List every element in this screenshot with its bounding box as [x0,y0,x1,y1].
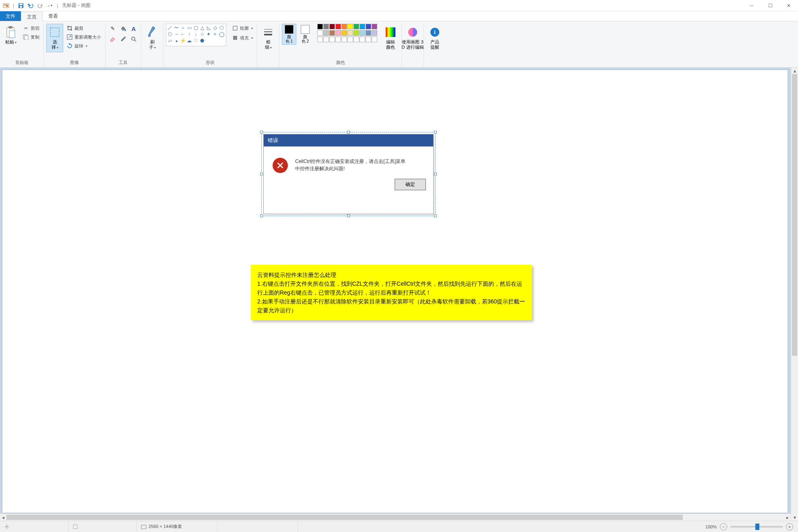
color-swatch[interactable] [372,37,377,42]
group-paint3d: 使用画图 3 D 进行编辑 [402,23,424,67]
zoom-slider[interactable] [730,526,783,528]
svg-text:i: i [434,29,436,35]
tab-file[interactable]: 文件 [0,11,21,21]
color-swatch[interactable] [354,24,359,29]
color-swatch[interactable] [335,37,341,42]
scroll-right-icon[interactable]: ▸ [784,514,791,521]
minimize-button[interactable]: ─ [742,0,761,11]
zoom-out-button[interactable]: − [720,523,727,530]
color-swatch[interactable] [360,30,365,36]
maximize-button[interactable]: ☐ [761,0,779,11]
zoom-in-button[interactable]: + [786,523,793,530]
color-swatch[interactable] [341,30,347,36]
color-swatch[interactable] [323,37,329,42]
scroll-left-icon[interactable]: ◂ [0,514,6,521]
resize-icon [66,34,73,40]
eraser-tool[interactable] [108,34,118,44]
svg-line-15 [134,40,136,41]
paint3d-button[interactable]: 使用画图 3 D 进行编辑 [404,24,421,52]
picker-tool[interactable] [118,34,128,44]
selection-marquee[interactable]: 错误 CellCtrl控件没有正确安装或注册，请点击[工具]菜单中控件注册解决此… [261,132,436,216]
crop-button[interactable]: 裁剪 [65,24,103,33]
color-swatch[interactable] [372,24,377,29]
save-icon[interactable] [17,1,25,10]
color-swatch[interactable] [354,30,359,36]
color-swatch[interactable] [341,37,347,42]
resize-button[interactable]: 重新调整大小 [65,33,103,41]
redo-icon[interactable] [36,1,45,10]
status-filesize [217,521,298,532]
scroll-up-icon[interactable]: ▴ [791,68,798,74]
cut-button[interactable]: ✂剪切 [21,24,41,33]
canvas[interactable]: 错误 CellCtrl控件没有正确安装或注册，请点击[工具]菜单中控件注册解决此… [2,70,788,513]
color-swatch[interactable] [317,30,323,36]
close-button[interactable]: ✕ [779,0,798,11]
cut-icon: ✂ [23,25,29,31]
color2-button[interactable]: 颜 色 2 [298,24,312,45]
product-alert-button[interactable]: i 产品 提醒 [426,24,443,52]
size-icon [262,26,275,39]
color-swatch[interactable] [347,37,353,42]
horizontal-scrollbar[interactable]: ◂ ▸ [0,513,791,521]
tab-home[interactable]: 主页 [21,12,43,21]
app-icon [2,1,10,10]
text-tool[interactable]: A [129,24,139,33]
shapes-gallery[interactable]: ／〜○▭▢△◺◇ ⬠⬡→←↑↓☆✦ ✧◯▱⬥⚡☁♡⬟ [166,24,226,46]
color-swatch[interactable] [329,30,335,36]
color1-button[interactable]: 颜 色 1 [282,24,296,45]
rotate-button[interactable]: 旋转 [65,41,103,50]
shape-fill-button[interactable]: 填充 [230,33,254,42]
scroll-down-icon[interactable]: ▾ [791,514,798,521]
zoom-level: 100% [705,524,717,529]
pencil-tool[interactable]: ✎ [108,24,118,33]
hscroll-thumb[interactable] [6,515,683,520]
note-line1: 云资料提示控件未注册怎么处理 [257,270,525,279]
vertical-scrollbar[interactable]: ▴ ▾ [791,68,798,521]
qat-customize-icon[interactable]: = [45,1,54,10]
color-swatch[interactable] [366,37,371,42]
vscroll-thumb[interactable] [792,74,797,356]
group-brushes: 刷 子 [141,23,163,67]
magnifier-tool[interactable] [129,34,139,44]
color-swatch[interactable] [341,24,347,29]
color-swatch[interactable] [323,24,329,29]
color-swatch[interactable] [329,37,335,42]
brushes-button[interactable]: 刷 子 [144,24,161,52]
svg-rect-8 [9,31,15,38]
outline-icon [232,25,238,31]
color-swatch[interactable] [366,30,371,36]
paint3d-icon [406,26,419,39]
color-swatch[interactable] [335,30,341,36]
note-line3: 2.如果手动注册后还是不行那就清除软件安装目录重新安装即可（此处杀毒软件需要卸载… [257,297,525,315]
color-swatch[interactable] [347,30,353,36]
copy-button[interactable]: 复制 [21,33,41,41]
group-product: i 产品 提醒 [424,23,446,67]
color-swatch[interactable] [360,24,365,29]
tab-view[interactable]: 查看 [43,11,64,21]
color-swatch[interactable] [335,24,341,29]
work-area[interactable]: 错误 CellCtrl控件没有正确安装或注册，请点击[工具]菜单中控件注册解决此… [0,68,791,521]
edit-colors-button[interactable]: 编辑 颜色 [382,24,399,52]
select-button[interactable]: 选 择 [46,24,63,52]
group-image: 选 择 裁剪 重新调整大小 旋转 图像 [44,23,105,67]
undo-icon[interactable] [26,1,35,10]
color-swatch[interactable] [317,24,323,29]
color-swatch[interactable] [329,24,335,29]
size-button[interactable]: 粗 细 [260,24,277,52]
dialog-message: CellCtrl控件没有正确安装或注册，请点击[工具]菜单中控件注册解决此问题! [295,158,408,172]
color-swatch[interactable] [317,37,323,42]
fill-tool[interactable] [118,24,128,33]
color-swatch[interactable] [366,24,371,29]
svg-rect-21 [386,27,395,37]
svg-rect-11 [50,28,59,37]
ribbon: 粘贴 ✂剪切 复制 剪贴板 选 择 裁剪 重新调整大小 旋转 图像 [0,21,798,68]
color-swatch[interactable] [372,30,377,36]
color-swatch[interactable] [323,30,329,36]
color-swatch[interactable] [347,24,353,29]
paste-button[interactable]: 粘贴 [2,24,19,47]
shape-outline-button[interactable]: 轮廓 [230,24,254,33]
color-swatch[interactable] [360,37,365,42]
color-swatch[interactable] [354,37,359,42]
zoom-slider-thumb[interactable] [755,524,759,530]
status-selection-size [68,521,137,532]
